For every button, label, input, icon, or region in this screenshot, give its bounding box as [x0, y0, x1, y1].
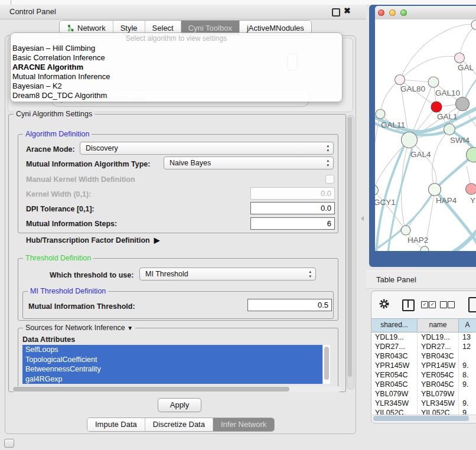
cyni-algorithm-settings-legend: Cyni Algorithm Settings [14, 110, 94, 118]
dpi-tolerance-field[interactable]: 0.0 [250, 202, 335, 214]
float-window-icon[interactable] [332, 8, 340, 17]
node-label-y: Y [470, 196, 475, 205]
attribute-item-betweennesscentrality[interactable]: BetweennessCentrality [22, 364, 322, 374]
node-label-hap4: HAP4 [436, 196, 457, 205]
network-node-hap2[interactable] [401, 226, 410, 235]
attribute-item-topologicalcoefficient[interactable]: TopologicalCoefficient [22, 355, 322, 365]
table-panel-card: ✓ ✓ shared...nameA YDL19...YDL19...13YDR… [371, 291, 476, 423]
attributes-vertical-scrollbar[interactable] [322, 345, 330, 384]
minimize-traffic-light[interactable] [389, 9, 396, 16]
spinner-arrows-icon: ▴▾ [309, 269, 311, 279]
apply-button[interactable]: Apply [158, 398, 201, 412]
algorithm-option-basic-correlation-inference[interactable]: Basic Correlation Inference [11, 53, 342, 63]
table-row[interactable]: YBL079WYBL079W [371, 389, 476, 399]
attribute-item-selfloops[interactable]: SelfLoops [22, 345, 322, 355]
zoom-traffic-light[interactable] [400, 9, 407, 16]
table-row[interactable]: YDL19...YDL19...13 [371, 332, 476, 342]
network-node-gcy1[interactable] [375, 185, 379, 195]
panel-resize-handle[interactable] [361, 216, 364, 221]
tab-infer-network[interactable]: Infer Network [213, 418, 274, 431]
collapse-down-icon[interactable]: ▼ [127, 325, 133, 331]
tab-label: Select [152, 24, 174, 32]
table-cell: YBL079W [371, 389, 418, 399]
table-row[interactable]: YLR345WYLR345W9. [371, 399, 476, 408]
expand-right-icon[interactable]: ▶ [154, 236, 160, 244]
control-panel-title: Control Panel [9, 7, 56, 16]
algorithm-option-bayesian-k2[interactable]: Bayesian – K2 [11, 81, 342, 91]
collapsed-panel-icon[interactable] [4, 439, 14, 448]
network-node-gal10[interactable] [428, 77, 439, 87]
which-threshold-combo[interactable]: MI Threshold ▴▾ [139, 268, 316, 281]
attribute-item-gal4rgexp[interactable]: gal4RGexp [22, 374, 322, 384]
mi-steps-field[interactable]: 6 [250, 217, 335, 230]
manual-kernel-label: Manual Kernel Width Definition [26, 175, 135, 184]
aracne-mode-combo[interactable]: Discovery ▴▾ [80, 142, 334, 155]
network-node-gal11[interactable] [376, 109, 385, 119]
network-node-gal4[interactable] [402, 132, 418, 148]
show-columns-icon[interactable] [402, 299, 415, 311]
gear-icon[interactable] [379, 298, 390, 309]
select-all-checkbox-icon[interactable]: ✓ [429, 301, 436, 308]
hub-definition-toggle[interactable]: Hub/Transcription Factor Definition ▶ [26, 236, 159, 244]
which-threshold-value: MI Threshold [145, 270, 188, 278]
table-cell: YDL19... [418, 332, 459, 342]
table-row[interactable]: YER054CYER054C8. [371, 370, 476, 380]
close-icon[interactable]: ✖ [344, 6, 351, 15]
table-cell: 9. [459, 399, 476, 408]
network-node-swi4[interactable] [444, 124, 455, 135]
network-node-y[interactable] [466, 184, 476, 195]
mi-type-combo[interactable]: Naive Bayes ▴▾ [164, 156, 334, 169]
tab-impute-data[interactable]: Impute Data [87, 418, 145, 431]
table-horizontal-scrollbar[interactable] [372, 415, 476, 422]
select-all-checkbox-icon[interactable]: ✓ [421, 301, 428, 308]
settings-horizontal-scrollbar[interactable] [12, 386, 341, 392]
network-node-gal1[interactable] [431, 102, 442, 112]
close-traffic-light[interactable] [378, 9, 384, 16]
node-label-swi4: SWI4 [450, 136, 470, 145]
network-edge [409, 140, 436, 190]
scrollbar-thumb[interactable] [324, 347, 329, 380]
table-row[interactable]: YDR27...YDR27...12 [371, 342, 476, 351]
algorithm-option-bayesian-hill-climbing[interactable]: Bayesian – Hill Climbing [11, 44, 342, 53]
settings-vertical-scrollbar[interactable] [347, 115, 354, 389]
node-label-gal1: GAL1 [437, 112, 458, 121]
table-cell: YBR043C [418, 351, 459, 361]
scrollbar-thumb[interactable] [348, 117, 352, 377]
network-canvas[interactable]: GALGAL80GAL10GAL1GAL11SWI4GAL4GCY1HAP4YH… [375, 19, 476, 251]
scrollbar-thumb[interactable] [373, 416, 469, 421]
deselect-all-checkbox-icon[interactable] [448, 301, 455, 308]
which-threshold-label: Which threshold to use: [50, 271, 133, 279]
node-label-gal10: GAL10 [435, 89, 460, 97]
network-node-gal[interactable] [455, 53, 465, 63]
algorithm-option-dream8-dc-tdc-algorithm[interactable]: Dream8 DC_TDC Algorithm [11, 91, 342, 100]
table-row[interactable]: YBR043CYBR043C [371, 351, 476, 361]
network-node[interactable] [456, 97, 470, 111]
mi-threshold-field[interactable]: 0.5 [247, 299, 332, 311]
column-header-shared[interactable]: shared... [371, 319, 418, 332]
new-table-icon[interactable] [468, 297, 476, 312]
column-header-name[interactable]: name [418, 319, 459, 332]
manual-kernel-checkbox[interactable] [325, 175, 334, 184]
data-attributes-list[interactable]: SelfLoopsTopologicalCoefficientBetweenne… [22, 345, 322, 384]
algorithm-option-aracne-algorithm[interactable]: ARACNE Algorithm [11, 63, 342, 72]
column-header-a[interactable]: A [459, 319, 476, 332]
kernel-width-field[interactable]: 0.0 [250, 187, 335, 200]
table-row[interactable]: YBR045CYBR045C9. [371, 380, 476, 389]
scrollbar-thumb[interactable] [13, 387, 289, 392]
tab-label: Cyni Toolbox [188, 24, 232, 32]
network-node-hap4[interactable] [429, 184, 441, 196]
network-node[interactable] [471, 20, 476, 30]
table-row[interactable]: YPR145WYPR145W9. [371, 361, 476, 370]
tab-discretize-data[interactable]: Discretize Data [145, 418, 213, 431]
deselect-all-checkbox-icon[interactable] [440, 301, 447, 308]
toolbar-divider [11, 0, 11, 5]
network-node[interactable] [420, 246, 429, 251]
table-cell: YER054C [371, 370, 418, 380]
network-node-gal80[interactable] [395, 75, 405, 85]
network-window-titlebar[interactable] [375, 6, 476, 20]
table-cell: 12 [459, 342, 476, 351]
table-cell: YLR345W [371, 399, 418, 408]
sources-legend[interactable]: Sources for Network Inference ▼ [23, 324, 135, 332]
network-edge [432, 129, 449, 190]
algorithm-option-mutual-information-inference[interactable]: Mutual Information Inference [11, 72, 342, 81]
